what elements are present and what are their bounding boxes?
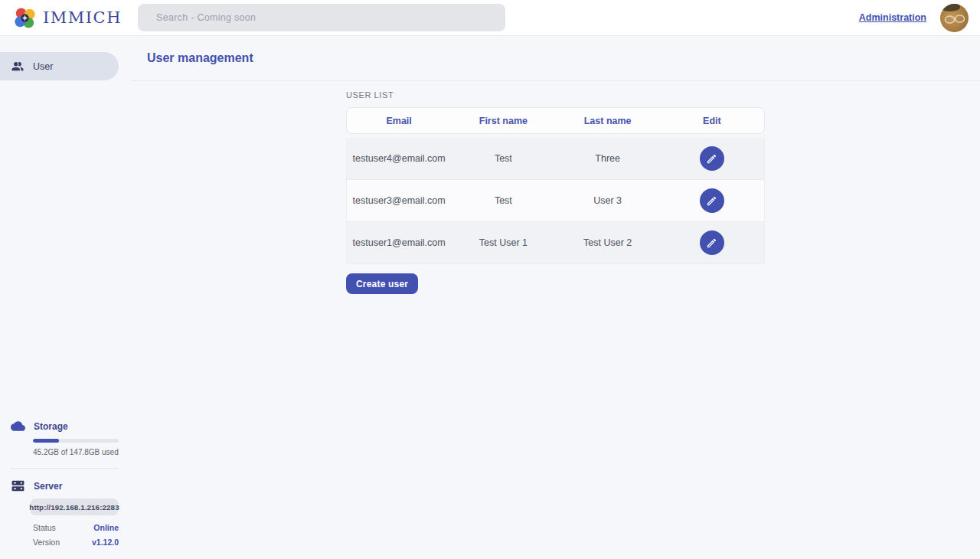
user-table: Email First name Last name Edit testuser… bbox=[346, 107, 765, 264]
status-label: Status bbox=[33, 523, 56, 532]
server-url: http://192.168.1.216:2283 bbox=[31, 499, 118, 515]
server-header: Server bbox=[11, 479, 119, 493]
user-last-name: Three bbox=[556, 153, 660, 164]
table-row: testuser3@email.com Test User 3 bbox=[346, 180, 765, 222]
table-row: testuser1@email.com Test User 1 Test Use… bbox=[346, 222, 765, 264]
storage-header: Storage bbox=[11, 419, 119, 433]
column-header-first-name: First name bbox=[451, 116, 555, 126]
user-last-name: Test User 2 bbox=[556, 237, 660, 248]
avatar[interactable] bbox=[940, 4, 969, 32]
column-header-edit: Edit bbox=[660, 116, 764, 126]
server-title: Server bbox=[34, 481, 62, 492]
logo-text: IMMICH bbox=[43, 8, 122, 27]
status-value: Online bbox=[93, 523, 119, 532]
title-bar: User management bbox=[130, 36, 980, 81]
pencil-icon bbox=[706, 237, 717, 249]
user-last-name: User 3 bbox=[556, 195, 660, 206]
administration-link[interactable]: Administration bbox=[859, 12, 926, 23]
server-status-row: Status Online bbox=[33, 523, 119, 532]
pencil-icon bbox=[706, 153, 717, 165]
sidebar-item-label: User bbox=[33, 61, 53, 72]
immich-admin-page: IMMICH Search - Coming soon Administrati… bbox=[0, 0, 980, 559]
user-first-name: Test User 1 bbox=[451, 237, 555, 248]
sidebar-nav: User bbox=[0, 52, 130, 80]
server-version-row: Version v1.12.0 bbox=[33, 538, 119, 547]
cloud-icon bbox=[11, 419, 25, 433]
table-header: Email First name Last name Edit bbox=[346, 107, 765, 134]
user-email: testuser4@email.com bbox=[347, 153, 451, 164]
edit-cell bbox=[660, 146, 764, 171]
section-label: USER LIST bbox=[346, 90, 765, 100]
table-body: testuser4@email.com Test Three bbox=[346, 138, 765, 264]
table-row: testuser4@email.com Test Three bbox=[346, 138, 765, 180]
user-email: testuser3@email.com bbox=[347, 195, 451, 206]
server-panel: Server http://192.168.1.216:2283 Status … bbox=[11, 479, 119, 547]
user-first-name: Test bbox=[451, 195, 555, 206]
edit-cell bbox=[660, 188, 764, 213]
page-body: User Storage bbox=[0, 36, 980, 559]
storage-usage-text: 45.2GB of 147.8GB used bbox=[33, 448, 119, 456]
page-title: User management bbox=[147, 51, 253, 65]
edit-user-button[interactable] bbox=[700, 188, 724, 213]
column-header-last-name: Last name bbox=[556, 116, 660, 126]
sidebar-spacer bbox=[0, 80, 130, 419]
storage-progress-fill bbox=[33, 439, 59, 443]
brand: IMMICH bbox=[0, 5, 138, 31]
immich-logo-icon bbox=[12, 5, 38, 31]
server-icon bbox=[11, 479, 25, 493]
pencil-icon bbox=[706, 195, 717, 207]
create-user-button[interactable]: Create user bbox=[346, 273, 418, 294]
user-email: testuser1@email.com bbox=[347, 237, 451, 248]
version-label: Version bbox=[33, 538, 60, 547]
top-bar: IMMICH Search - Coming soon Administrati… bbox=[0, 0, 980, 36]
storage-progress-bar bbox=[33, 439, 119, 443]
sidebar: User Storage bbox=[0, 36, 130, 559]
sidebar-bottom: Storage 45.2GB of 147.8GB used bbox=[0, 419, 130, 559]
sidebar-divider bbox=[11, 468, 119, 469]
user-first-name: Test bbox=[451, 153, 555, 164]
storage-title: Storage bbox=[34, 421, 68, 432]
search-placeholder: Search - Coming soon bbox=[156, 12, 256, 23]
user-list-section: USER LIST Email First name Last name Edi… bbox=[346, 90, 765, 294]
search-input[interactable]: Search - Coming soon bbox=[138, 4, 505, 31]
users-icon bbox=[11, 60, 24, 74]
glasses-avatar-image bbox=[940, 4, 969, 32]
edit-user-button[interactable] bbox=[700, 230, 724, 255]
main-content: User management USER LIST Email First na… bbox=[130, 36, 980, 559]
edit-cell bbox=[660, 230, 764, 255]
edit-user-button[interactable] bbox=[700, 146, 724, 171]
sidebar-item-user[interactable]: User bbox=[0, 52, 119, 80]
column-header-email: Email bbox=[347, 116, 451, 126]
version-value: v1.12.0 bbox=[92, 538, 119, 547]
storage-panel: Storage 45.2GB of 147.8GB used bbox=[11, 419, 119, 456]
